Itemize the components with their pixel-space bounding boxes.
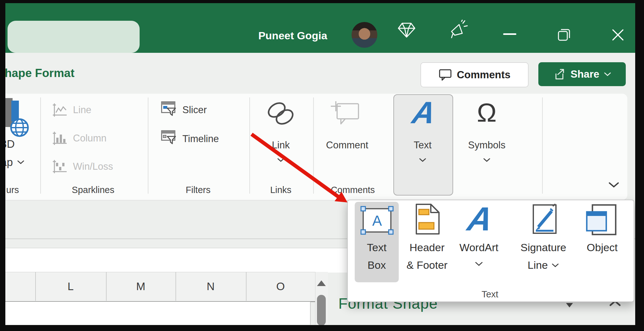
- header-footer-label-1[interactable]: Header: [409, 241, 445, 254]
- group-label-sparklines: Sparklines: [72, 185, 114, 195]
- object-icon[interactable]: [586, 203, 618, 236]
- chevron-down-icon: [17, 160, 24, 164]
- wordart-chevron-down-icon[interactable]: [475, 262, 483, 266]
- share-button[interactable]: Share: [538, 62, 626, 86]
- title-bar: Puneet Gogia: [5, 3, 635, 53]
- timeline-button[interactable]: Timeline: [182, 133, 219, 145]
- sheet-grid[interactable]: [5, 302, 311, 325]
- account-user-name[interactable]: Puneet Gogia: [244, 30, 341, 42]
- sparkline-line-button[interactable]: Line: [73, 104, 92, 116]
- group-label-tours: urs: [6, 185, 19, 195]
- text-box-icon: A: [359, 205, 395, 236]
- group-divider: [542, 97, 543, 194]
- slicer-button[interactable]: Slicer: [182, 104, 207, 116]
- frame-border: [0, 325, 644, 331]
- search-box[interactable]: [8, 21, 140, 53]
- new-comment-icon: [330, 99, 364, 131]
- header-footer-label-2[interactable]: & Footer: [407, 259, 447, 271]
- sparkline-column-icon: [52, 131, 67, 146]
- textbox-item-label-2: Box: [368, 259, 386, 271]
- symbols-button[interactable]: Symbols: [468, 140, 506, 151]
- column-header[interactable]: M: [106, 272, 176, 301]
- textbox-item-label-1: Text: [367, 241, 386, 254]
- frame-border: [0, 0, 5, 331]
- object-label[interactable]: Object: [587, 241, 618, 254]
- link-button[interactable]: Link: [272, 140, 290, 151]
- scroll-up-arrow-icon[interactable]: [317, 280, 326, 286]
- sparkline-winloss-icon: [52, 159, 67, 174]
- collapse-ribbon-chevron-icon[interactable]: [608, 182, 619, 188]
- column-header[interactable]: O: [246, 272, 316, 301]
- signature-line-icon[interactable]: [531, 203, 559, 236]
- share-button-label: Share: [570, 68, 599, 80]
- text-chevron-down-icon: [419, 158, 426, 162]
- signature-line-label-2[interactable]: Line: [528, 259, 559, 271]
- group-label-filters: Filters: [186, 185, 211, 195]
- signature-line-label-1[interactable]: Signature: [520, 241, 566, 254]
- column-header[interactable]: L: [35, 272, 107, 301]
- coming-soon-megaphone-icon[interactable]: [448, 19, 469, 40]
- symbols-chevron-down-icon: [483, 158, 491, 162]
- omega-icon: Ω: [477, 97, 497, 128]
- group-divider: [40, 97, 41, 194]
- restore-button[interactable]: [556, 26, 572, 43]
- sparkline-winloss-button[interactable]: Win/Loss: [73, 161, 113, 172]
- wordart-label[interactable]: WordArt: [459, 241, 498, 254]
- comment-bubble-icon: [439, 69, 452, 81]
- minimize-button[interactable]: [503, 33, 516, 35]
- avatar[interactable]: [352, 22, 377, 48]
- header-footer-icon[interactable]: [414, 203, 441, 236]
- comments-button-label: Comments: [457, 69, 511, 81]
- scrollbar-thumb[interactable]: [317, 295, 326, 326]
- sparkline-line-icon: [52, 102, 67, 118]
- ribbon-panel: [5, 94, 627, 201]
- group-divider: [313, 97, 314, 194]
- group-label-comments: Comments: [331, 185, 375, 195]
- share-icon: [553, 68, 566, 81]
- premium-gem-icon[interactable]: [397, 19, 416, 40]
- link-chevron-down-icon[interactable]: [277, 158, 285, 162]
- slicer-icon: [161, 101, 177, 117]
- svg-text:A: A: [372, 212, 382, 229]
- formula-bar[interactable]: [5, 248, 349, 273]
- excel-window: Puneet Gogia: [0, 0, 644, 331]
- share-chevron-down-icon: [604, 72, 611, 76]
- column-header[interactable]: N: [175, 272, 247, 301]
- timeline-icon: [161, 130, 177, 146]
- task-pane-menu-icon[interactable]: [566, 303, 573, 307]
- column-header-stub[interactable]: [5, 272, 36, 301]
- group-divider: [249, 97, 250, 194]
- comment-button[interactable]: Comment: [326, 140, 368, 151]
- frame-border: [0, 0, 644, 3]
- dropdown-group-label-text: Text: [481, 289, 498, 300]
- group-label-links: Links: [270, 185, 291, 195]
- close-button[interactable]: [611, 28, 625, 41]
- link-icon: [265, 99, 296, 131]
- 3d-map-icon: [2, 96, 40, 137]
- frame-border: [635, 0, 644, 331]
- text-button-label: Text: [414, 140, 432, 151]
- signature-chevron-down-icon: [552, 263, 559, 268]
- group-divider: [148, 97, 148, 194]
- tab-shape-format[interactable]: Shape Format: [0, 67, 75, 80]
- comments-button[interactable]: Comments: [420, 62, 529, 87]
- sparkline-column-button[interactable]: Column: [73, 133, 107, 144]
